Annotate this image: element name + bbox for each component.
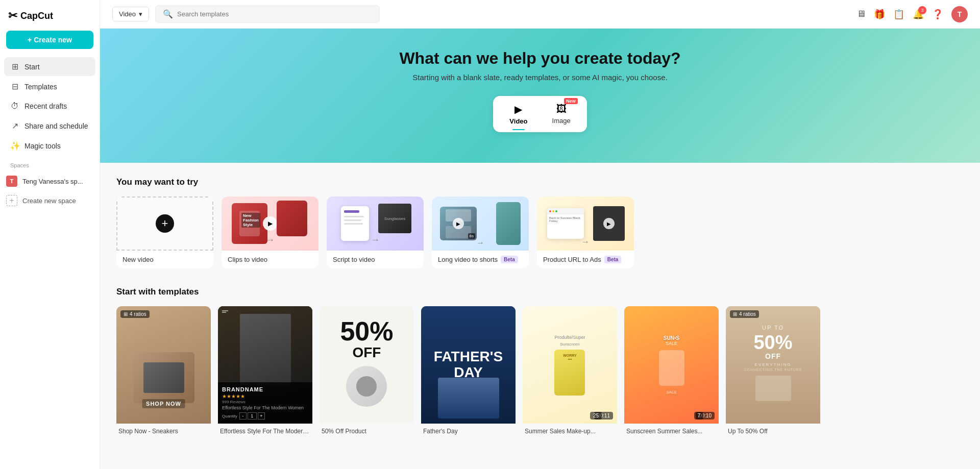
- spaces-label: Spaces: [0, 155, 100, 171]
- template-name-5: Summer Sales Make-up...: [525, 428, 615, 435]
- template-card-sunscreen[interactable]: SUN•S SALE SALE 00:10 7 Sunscreen Summer…: [624, 306, 719, 435]
- calendar-icon[interactable]: 📋: [893, 9, 904, 20]
- template-thumb-4: FATHER'S DAY: [421, 306, 516, 424]
- template-name-2: Effortless Style For The Modern Women: [220, 428, 310, 435]
- search-input[interactable]: [177, 10, 372, 18]
- clips-inner: New Fashion Style ▶ →: [222, 196, 318, 251]
- try-card-script-to-video[interactable]: → Sunglasses Script to video: [327, 196, 424, 268]
- sidebar-label-recent: Recent drafts: [24, 102, 67, 110]
- app-logo: ✂ CapCut: [0, 6, 100, 31]
- sidebar-item-start[interactable]: ⊞ Start: [4, 57, 95, 76]
- tab-image[interactable]: New 🖼 Image: [548, 101, 575, 127]
- sidebar: ✂ CapCut + Create new ⊞ Start ⊟ Template…: [0, 0, 100, 469]
- notification-icon[interactable]: 🔔 3: [913, 9, 924, 20]
- tab-underline: [512, 129, 525, 130]
- home-icon: ⊞: [10, 62, 19, 71]
- play-button-white: ▶: [603, 218, 615, 229]
- template-name-1: Shop Now - Sneakers: [118, 428, 209, 435]
- hero-banner: What can we help you create today? Start…: [100, 29, 980, 163]
- template-grid: ⊞ 4 ratios SHOP NOW Shop Now - Sneakers: [116, 306, 964, 435]
- sidebar-label-templates: Templates: [24, 83, 57, 91]
- notification-badge: 3: [918, 6, 926, 14]
- doc-placeholder: [341, 206, 369, 241]
- ratio-badge-1: ⊞ 4 ratios: [120, 310, 150, 318]
- product-inner: Back to Success Black Friday → ▶: [537, 196, 634, 251]
- sidebar-item-share-schedule[interactable]: ↗ Share and schedule: [4, 116, 95, 135]
- try-card-clips-to-video[interactable]: New Fashion Style ▶ → Clips to video: [222, 196, 318, 268]
- tab-image-label: Image: [552, 117, 571, 125]
- longvideo-thumb: ▶ 8s →: [432, 196, 529, 251]
- template-info-7: Up To 50% Off: [726, 424, 820, 435]
- browser-bar: [547, 208, 584, 214]
- template-info-4: Father's Day: [421, 424, 516, 435]
- content-area: You may want to try + New video New Fas: [100, 163, 980, 449]
- sidebar-item-magic-tools[interactable]: ✨ Magic tools: [4, 136, 95, 155]
- product-url-label: Product URL to Ads Beta: [537, 251, 634, 268]
- template-info-6: Sunscreen Summer Sales...: [624, 424, 719, 435]
- sidebar-space-teng[interactable]: T Teng Vanessa's sp...: [0, 171, 100, 191]
- template-name-7: Up To 50% Off: [728, 428, 818, 435]
- templates-section-title: Start with templates: [116, 287, 964, 297]
- stars-icon: ★★★★★: [222, 393, 308, 399]
- clips-thumb: New Fashion Style ▶ →: [222, 196, 318, 251]
- content-type-switcher: ▶ Video New 🖼 Image: [493, 96, 586, 132]
- gift-icon[interactable]: 🎁: [874, 9, 885, 20]
- script-inner: → Sunglasses: [327, 196, 424, 251]
- template-info-1: Shop Now - Sneakers: [116, 424, 211, 435]
- template-thumb-2: BRANDNAME ★★★★★ 999 Reviews Effortless S…: [218, 306, 312, 424]
- monitor-icon[interactable]: 🖥: [856, 9, 866, 19]
- templates-icon: ⊟: [10, 82, 19, 91]
- try-section-title: You may want to try: [116, 177, 964, 187]
- try-card-long-video-shorts[interactable]: ▶ 8s → Long video to shorts Beta: [432, 196, 529, 268]
- share-icon: ↗: [10, 121, 19, 131]
- sidebar-label-start: Start: [24, 63, 40, 71]
- template-thumb-6: SUN•S SALE SALE 00:10 7: [624, 306, 719, 424]
- template-card-summer-makeup[interactable]: Produlte/Super Sunscreen WORRY••• 00:11 …: [523, 306, 617, 435]
- create-new-space-item[interactable]: + Create new space: [0, 191, 100, 210]
- play-overlay: ▶: [263, 216, 277, 231]
- longvideo-inner: ▶ 8s →: [432, 196, 529, 251]
- space-avatar: T: [6, 176, 17, 187]
- video-filter-button[interactable]: Video ▾: [112, 7, 149, 21]
- template-card-shop-now[interactable]: ⊞ 4 ratios SHOP NOW Shop Now - Sneakers: [116, 306, 211, 435]
- create-new-button[interactable]: + Create new: [6, 31, 93, 49]
- topbar-right: 🖥 🎁 📋 🔔 3 ❓ T: [856, 6, 968, 22]
- template-info-3: 50% Off Product: [320, 424, 414, 435]
- tab-video-label: Video: [509, 117, 527, 125]
- space-name: Teng Vanessa's sp...: [22, 178, 83, 185]
- help-icon[interactable]: ❓: [932, 9, 943, 20]
- add-icon: +: [156, 214, 174, 233]
- tab-video[interactable]: ▶ Video: [505, 101, 531, 127]
- video-ad: ▶: [593, 206, 625, 241]
- template-name-3: 50% Off Product: [322, 428, 412, 435]
- try-card-new-video[interactable]: + New video: [116, 196, 213, 268]
- image-tab-icon: 🖼: [556, 103, 567, 115]
- template-card-brandname[interactable]: BRANDNAME ★★★★★ 999 Reviews Effortless S…: [218, 306, 312, 435]
- template-thumb-7: ⊞ 4 ratios UP TO 50% OFF EVERYTHING CONN…: [726, 306, 820, 424]
- video-tab-icon: ▶: [514, 103, 522, 115]
- topbar: Video ▾ 🔍 🖥 🎁 📋 🔔 3 ❓ T: [100, 0, 980, 29]
- ratio-badge-7: ⊞ 4 ratios: [730, 310, 759, 318]
- browser-window: Back to Success Black Friday: [547, 208, 584, 239]
- clock-icon: ⏱: [10, 102, 19, 111]
- template-card-fathers-day[interactable]: FATHER'S DAY Father's Day: [421, 306, 516, 435]
- template-card-50-off[interactable]: 50% OFF 50% Off Product: [320, 306, 414, 435]
- sidebar-nav: ⊞ Start ⊟ Templates ⏱ Recent drafts ↗ Sh…: [0, 57, 100, 155]
- logo-text: CapCut: [20, 11, 53, 21]
- search-bar: 🔍: [155, 5, 380, 23]
- template-thumb-3: 50% OFF: [320, 306, 414, 424]
- user-avatar[interactable]: T: [951, 6, 968, 22]
- create-space-label: Create new space: [22, 197, 76, 205]
- new-badge: New: [564, 98, 578, 104]
- sidebar-item-templates[interactable]: ⊟ Templates: [4, 77, 95, 96]
- ratio-icon: ⊞: [124, 311, 128, 317]
- sidebar-label-share: Share and schedule: [24, 122, 88, 130]
- product-thumb: Back to Success Black Friday → ▶: [537, 196, 634, 251]
- try-card-product-url-ads[interactable]: Back to Success Black Friday → ▶ Product…: [537, 196, 634, 268]
- template-thumb-5: Produlte/Super Sunscreen WORRY••• 00:11 …: [523, 306, 617, 424]
- template-card-up-50-off[interactable]: ⊞ 4 ratios UP TO 50% OFF EVERYTHING CONN…: [726, 306, 820, 435]
- shop-now-text: SHOP NOW: [142, 399, 185, 408]
- sidebar-item-recent-drafts[interactable]: ⏱ Recent drafts: [4, 97, 95, 115]
- template-info-2: Effortless Style For The Modern Women: [218, 424, 312, 435]
- template-name-6: Sunscreen Summer Sales...: [626, 428, 717, 435]
